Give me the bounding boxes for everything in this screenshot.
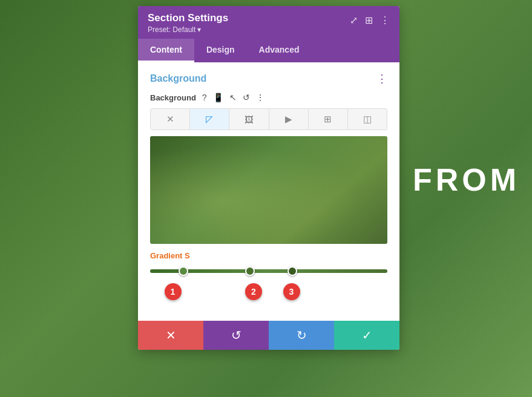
badge-1[interactable]: 1 bbox=[165, 283, 182, 300]
bg-type-gradient[interactable]: ◸ bbox=[190, 109, 229, 130]
panel-footer: ✕ ↺ ↻ ✓ bbox=[138, 321, 399, 350]
gradient-stop-3[interactable] bbox=[287, 266, 297, 276]
panel-preset[interactable]: Preset: Default ▾ bbox=[148, 25, 228, 34]
gradient-stop-2[interactable] bbox=[245, 266, 255, 276]
gradient-stop-1[interactable] bbox=[179, 266, 188, 276]
expand-icon[interactable]: ⤢ bbox=[350, 15, 358, 26]
bg-type-selector: ✕ ◸ 🖼 ▶ ⊞ ◫ bbox=[150, 108, 387, 130]
mobile-icon[interactable]: 📱 bbox=[213, 93, 223, 102]
save-button[interactable]: ✓ bbox=[334, 321, 399, 350]
badge-2[interactable]: 2 bbox=[245, 283, 262, 300]
undo-icon[interactable]: ↺ bbox=[243, 93, 250, 102]
more-icon[interactable]: ⋮ bbox=[380, 15, 390, 26]
section-settings-panel: Section Settings Preset: Default ▾ ⤢ ⊞ ⋮… bbox=[138, 6, 399, 350]
tab-content[interactable]: Content bbox=[138, 39, 194, 62]
redo-button[interactable]: ↻ bbox=[269, 321, 334, 350]
section-header: Background ⋮ bbox=[150, 72, 387, 85]
gradient-slider bbox=[150, 264, 387, 278]
bg-type-none[interactable]: ✕ bbox=[151, 109, 190, 130]
panel-header-icons: ⤢ ⊞ ⋮ bbox=[350, 12, 390, 26]
bg-type-mask[interactable]: ◫ bbox=[348, 109, 387, 130]
panel-body: Background ⋮ Background ? 📱 ↖ ↺ ⋮ ✕ ◸ 🖼 … bbox=[138, 62, 399, 321]
gradient-preview-inner bbox=[150, 136, 387, 244]
background-section-title: Background bbox=[150, 73, 206, 84]
help-icon[interactable]: ? bbox=[202, 93, 207, 102]
tab-advanced[interactable]: Advanced bbox=[247, 39, 312, 62]
gradient-controls: Gradient S 1 2 3 bbox=[150, 251, 387, 311]
bg-label: Background bbox=[150, 93, 196, 102]
panel-title: Section Settings bbox=[148, 12, 228, 24]
tab-design[interactable]: Design bbox=[194, 39, 247, 62]
columns-icon[interactable]: ⊞ bbox=[365, 15, 373, 26]
badge-3[interactable]: 3 bbox=[283, 283, 300, 300]
section-menu-icon[interactable]: ⋮ bbox=[376, 72, 387, 85]
more-ctrl-icon[interactable]: ⋮ bbox=[256, 93, 264, 102]
panel-header-left: Section Settings Preset: Default ▾ bbox=[148, 12, 228, 39]
panel-header: Section Settings Preset: Default ▾ ⤢ ⊞ ⋮ bbox=[138, 6, 399, 39]
bg-type-video[interactable]: ▶ bbox=[269, 109, 309, 130]
cursor-icon[interactable]: ↖ bbox=[229, 93, 237, 102]
gradient-section-label: Gradient S bbox=[150, 251, 387, 260]
bg-type-image[interactable]: 🖼 bbox=[229, 109, 269, 130]
bg-type-pattern[interactable]: ⊞ bbox=[309, 109, 348, 130]
cancel-button[interactable]: ✕ bbox=[138, 321, 203, 350]
reset-button[interactable]: ↺ bbox=[203, 321, 269, 350]
gradient-preview bbox=[150, 136, 387, 244]
bg-controls-row: Background ? 📱 ↖ ↺ ⋮ bbox=[150, 93, 387, 102]
tab-bar: Content Design Advanced bbox=[138, 39, 399, 62]
